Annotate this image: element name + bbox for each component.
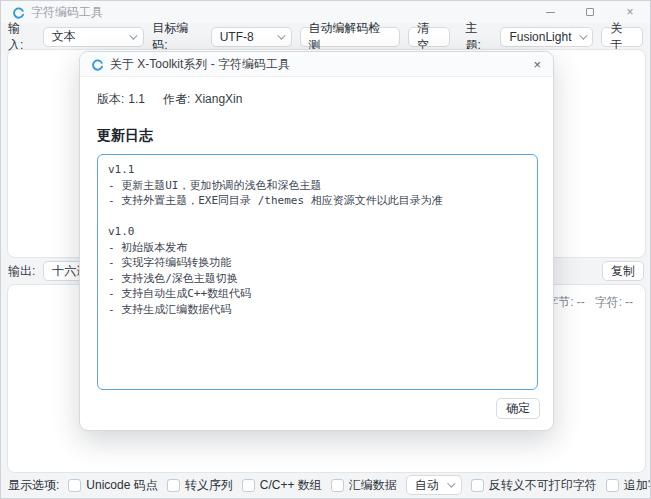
close-icon: × (626, 6, 633, 18)
target-encoding-select[interactable]: UTF-8 (211, 27, 292, 47)
chevron-down-icon (129, 31, 137, 39)
display-options-label: 显示选项: (8, 477, 59, 494)
chevron-down-icon (580, 31, 588, 39)
chars-label: 字符: (595, 295, 622, 309)
auto-detect-button[interactable]: 自动编解码检测 (300, 27, 400, 47)
checkbox-label: 反转义不可打印字符 (489, 477, 597, 494)
minimize-button[interactable] (530, 1, 570, 23)
checkbox-label: 转义序列 (185, 477, 233, 494)
version-row: 版本:1.1作者:XiangXin (97, 91, 536, 108)
checkbox-icon (242, 479, 255, 492)
checkbox-icon (331, 479, 344, 492)
checkbox-label: 追加字符串结尾 NUL (624, 477, 651, 494)
dialog-close-button[interactable]: × (531, 58, 543, 71)
author-value: XiangXin (194, 92, 242, 106)
checkbox-label: C/C++ 数组 (260, 477, 322, 494)
theme-value: FusionLight (509, 30, 571, 44)
toolbar: 输入: 文本 目标编码: UTF-8 自动编解码检测 清空 主题: Fusion… (1, 24, 650, 49)
version-value: 1.1 (128, 92, 145, 106)
maximize-icon (586, 8, 594, 16)
checkbox-assembly-data[interactable]: 汇编数据 (331, 477, 397, 494)
about-dialog: 关于 X-Toolkit系列 - 字符编码工具 × 版本:1.1作者:Xiang… (79, 51, 554, 431)
app-logo-icon (11, 5, 25, 19)
checkbox-label: 汇编数据 (349, 477, 397, 494)
app-window: 字符编码工具 × 输入: 文本 目标编码: UTF-8 自动编解码检测 清空 主… (0, 0, 651, 499)
theme-select[interactable]: FusionLight (500, 27, 593, 47)
chars-value: -- (625, 295, 633, 309)
checkbox-icon (68, 479, 81, 492)
window-title: 字符编码工具 (31, 4, 103, 21)
checkbox-c-cpp-array[interactable]: C/C++ 数组 (242, 477, 322, 494)
about-dialog-body: 版本:1.1作者:XiangXin 更新日志 v1.1 - 更新主题UI，更加协… (80, 91, 553, 390)
author-label: 作者: (163, 92, 190, 106)
about-button[interactable]: 关于 (601, 27, 643, 47)
input-type-value: 文本 (52, 28, 76, 45)
maximize-button[interactable] (570, 1, 610, 23)
chevron-down-icon (447, 479, 455, 487)
output-label: 输出: (8, 263, 35, 280)
version-label: 版本: (97, 92, 124, 106)
checkbox-icon (471, 479, 484, 492)
checkbox-append-nul[interactable]: 追加字符串结尾 NUL (606, 477, 651, 494)
assembly-mode-value: 自动 (415, 477, 439, 494)
minimize-icon (546, 12, 555, 13)
ok-button[interactable]: 确定 (496, 398, 540, 419)
changelog-textarea[interactable]: v1.1 - 更新主题UI，更加协调的浅色和深色主题 - 支持外置主题，EXE同… (97, 154, 538, 390)
changelog-heading: 更新日志 (97, 127, 536, 145)
checkbox-unescape-nonprintable[interactable]: 反转义不可打印字符 (471, 477, 597, 494)
copy-button[interactable]: 复制 (602, 261, 644, 281)
checkbox-icon (167, 479, 180, 492)
checkbox-label: Unicode 码点 (86, 477, 157, 494)
display-options-bar: 显示选项: Unicode 码点 转义序列 C/C++ 数组 汇编数据 自动 反… (8, 474, 646, 496)
bytes-value: -- (577, 295, 585, 309)
chevron-down-icon (277, 31, 285, 39)
target-encoding-value: UTF-8 (220, 30, 254, 44)
about-dialog-header: 关于 X-Toolkit系列 - 字符编码工具 × (80, 52, 553, 77)
byte-char-stats: 字节:--字符:-- (543, 294, 633, 311)
checkbox-unicode-codepoint[interactable]: Unicode 码点 (68, 477, 157, 494)
about-dialog-title: 关于 X-Toolkit系列 - 字符编码工具 (110, 56, 290, 73)
close-icon: × (533, 57, 541, 72)
input-type-select[interactable]: 文本 (43, 27, 144, 47)
checkbox-icon (606, 479, 619, 492)
about-dialog-footer: 确定 (496, 398, 540, 419)
checkbox-escape-sequence[interactable]: 转义序列 (167, 477, 233, 494)
assembly-mode-select[interactable]: 自动 (406, 475, 462, 495)
app-logo-icon (90, 57, 104, 71)
clear-button[interactable]: 清空 (408, 27, 450, 47)
